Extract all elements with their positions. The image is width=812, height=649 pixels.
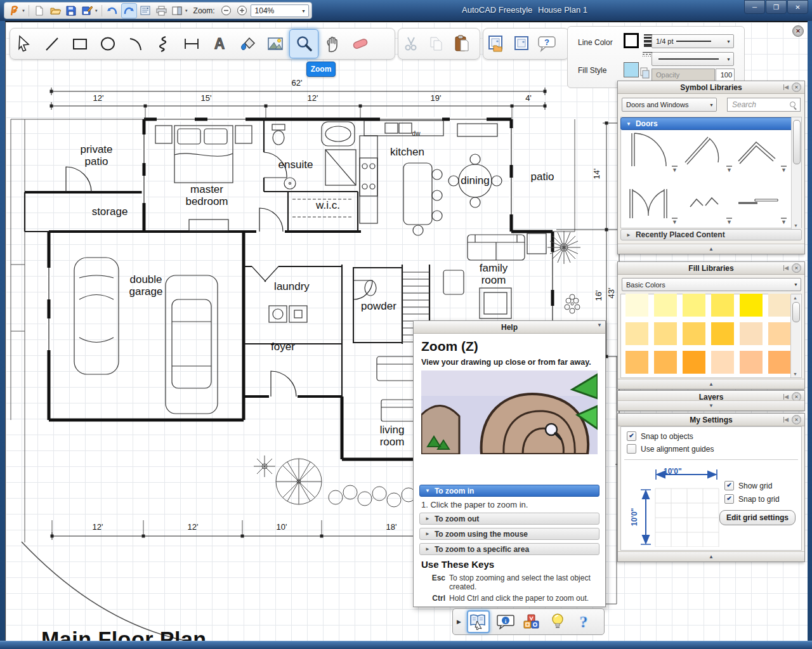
zoom-tool[interactable]	[289, 29, 318, 58]
fill-library-select[interactable]: Basic Colors ▼	[622, 278, 801, 291]
symbol-variant-caret[interactable]: ▼	[726, 166, 732, 174]
info-button[interactable]: i	[495, 612, 516, 632]
line-weight-dropdown[interactable]: 1/4 pt ▼	[652, 34, 734, 48]
fill-color-swatch[interactable]	[624, 62, 639, 77]
fill-swatch[interactable]	[625, 294, 648, 317]
panel-collapse-strip[interactable]: ▲	[618, 379, 804, 389]
fill-swatch[interactable]	[711, 322, 734, 345]
alignment-guides-checkbox[interactable]	[627, 444, 636, 454]
show-grid-checkbox[interactable]: ✔	[724, 481, 734, 490]
symbol-variant-caret[interactable]: ▼	[781, 166, 787, 174]
save-as-caret[interactable]: ▼	[95, 9, 98, 13]
image-tool[interactable]	[261, 30, 289, 58]
save-button[interactable]	[64, 4, 79, 18]
scroll-up-icon[interactable]: ▲	[793, 296, 797, 300]
open-button[interactable]	[48, 4, 63, 18]
close-panel-icon[interactable]: ✕	[792, 415, 801, 424]
close-panel-icon[interactable]: ✕	[792, 82, 801, 92]
symbol-variant-caret[interactable]: ▼	[781, 218, 787, 226]
help-collapse-icon[interactable]: ▼	[597, 322, 602, 328]
scrollbar-thumb[interactable]	[793, 120, 801, 164]
fill-swatch[interactable]	[654, 351, 677, 374]
symbol-scrollbar[interactable]: ▼	[791, 117, 801, 229]
panel-collapse-strip[interactable]: ▲	[618, 551, 804, 561]
scroll-down-icon[interactable]: ▼	[793, 372, 797, 376]
pocket-door[interactable]: ▼	[733, 181, 788, 227]
help-section-to-zoom-out[interactable]: ► To zoom out	[419, 513, 599, 525]
scroll-down-icon[interactable]: ▼	[794, 223, 798, 228]
dimension-tool[interactable]	[178, 30, 206, 58]
fill-swatch[interactable]	[768, 294, 791, 317]
close-panel-icon[interactable]: ✕	[792, 263, 801, 273]
fill-swatch[interactable]	[740, 294, 763, 317]
select-tool[interactable]	[10, 30, 38, 58]
symbol-library-select[interactable]: Doors and Windows ▼	[622, 98, 717, 112]
zoom-level-combobox[interactable]: 104% ▼	[251, 4, 309, 17]
help-tool[interactable]: ?	[534, 30, 560, 58]
rectangle-tool[interactable]	[66, 30, 94, 58]
open-swing-door[interactable]: ▼	[679, 129, 733, 175]
minimize-button[interactable]: ─	[744, 0, 765, 14]
fill-swatch[interactable]	[683, 322, 705, 345]
fill-swatch[interactable]	[683, 351, 705, 374]
double-bifold-door[interactable]: ▼	[679, 181, 733, 227]
fill-swatch[interactable]	[740, 322, 763, 345]
new-drawing-window-tool[interactable]	[509, 30, 534, 58]
properties-button[interactable]	[138, 4, 153, 18]
bifold-door[interactable]: ▼	[733, 129, 788, 175]
panels-button[interactable]	[170, 4, 185, 18]
edit-grid-settings-button[interactable]: Edit grid settings	[719, 510, 796, 525]
pan-tool[interactable]	[318, 30, 346, 58]
help-section-to-zoom-in[interactable]: ▼ To zoom in	[419, 485, 599, 497]
insert-drawing-tool[interactable]	[483, 30, 509, 58]
opacity-field[interactable]: Opacity	[652, 69, 715, 81]
interactive-help-button[interactable]	[467, 610, 490, 633]
fill-swatch[interactable]	[768, 351, 791, 374]
arc-tool[interactable]	[122, 30, 150, 58]
help-toolbar-expand-icon[interactable]: ▶	[457, 619, 461, 625]
text-tool[interactable]: A	[206, 30, 233, 58]
panels-caret[interactable]: ▼	[185, 9, 188, 13]
cut-tool[interactable]	[398, 30, 424, 58]
opacity-value[interactable]: 100	[716, 69, 735, 81]
print-button[interactable]	[154, 4, 169, 18]
fill-swatch[interactable]	[625, 322, 648, 345]
redo-button[interactable]	[121, 3, 137, 18]
new-document-button[interactable]	[32, 4, 47, 18]
help-section-zoom-area[interactable]: ► To zoom to a specific area	[419, 543, 599, 555]
save-as-button[interactable]	[80, 4, 95, 18]
symbol-variant-caret[interactable]: ▼	[726, 218, 732, 226]
symbol-variant-caret[interactable]: ▼	[672, 166, 678, 174]
fill-swatch[interactable]	[711, 351, 734, 374]
collapse-panel-icon[interactable]: ◀	[783, 417, 789, 423]
snap-to-grid-checkbox[interactable]: ✔	[724, 494, 734, 504]
app-menu-caret[interactable]: ▼	[22, 9, 25, 13]
maximize-button[interactable]: ❐	[766, 0, 787, 14]
recently-placed-header[interactable]: ► Recently Placed Content	[620, 229, 802, 240]
fill-scrollbar[interactable]: ▲ ▼	[790, 294, 801, 377]
search-input[interactable]: Search	[727, 98, 801, 112]
collapse-panel-icon[interactable]: ◀	[783, 84, 789, 90]
panel-collapse-strip[interactable]: ▲	[618, 244, 804, 254]
panel-expand-strip[interactable]: ▼	[618, 400, 804, 410]
french-double-door[interactable]: ▼	[624, 181, 679, 227]
doors-section-header[interactable]: ▼ Doors	[620, 117, 799, 130]
zoom-in-button[interactable]	[235, 4, 249, 18]
paste-tool[interactable]	[449, 30, 475, 58]
fill-swatch[interactable]	[625, 351, 648, 374]
fill-tool[interactable]	[233, 30, 261, 58]
fill-swatch[interactable]	[654, 294, 677, 317]
close-button[interactable]: ✕	[787, 0, 808, 14]
line-tool[interactable]	[38, 30, 66, 58]
fill-swatch[interactable]	[683, 294, 705, 317]
freehand-tool[interactable]	[150, 30, 178, 58]
app-menu-button[interactable]	[7, 4, 22, 18]
single-swing-door[interactable]: ▼	[624, 129, 679, 175]
collapse-panel-icon[interactable]: ◀	[783, 394, 789, 400]
zoom-out-button[interactable]	[219, 4, 233, 18]
copy-tool[interactable]	[424, 30, 449, 58]
fill-swatch[interactable]	[711, 294, 734, 317]
help-question-button[interactable]: ?	[573, 612, 594, 632]
line-style-dropdown[interactable]: ▼	[652, 52, 734, 66]
undo-button[interactable]	[105, 4, 120, 18]
